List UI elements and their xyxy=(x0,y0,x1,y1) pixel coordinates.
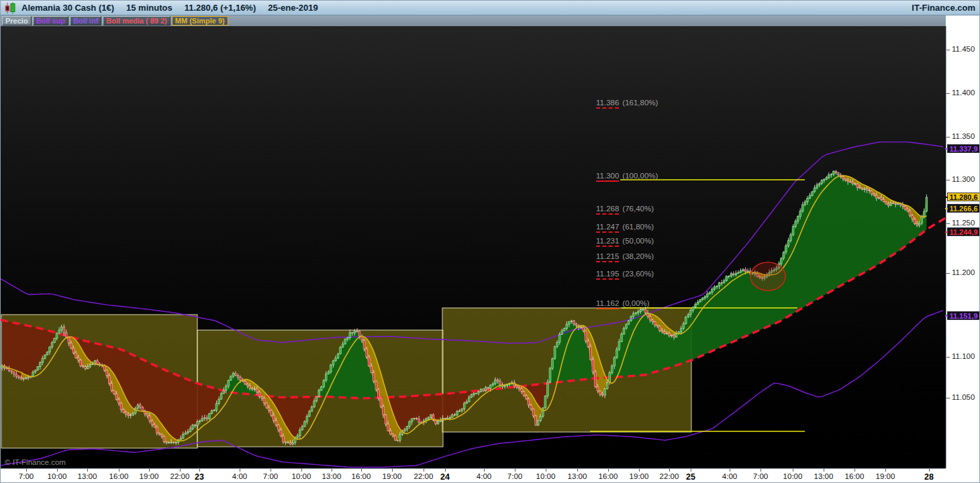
price-chart-canvas[interactable] xyxy=(1,26,946,468)
time-tick xyxy=(199,469,200,472)
price-tick-label: 11.200 xyxy=(952,268,975,276)
price-tick xyxy=(946,50,950,50)
time-tick-label: 4:00 xyxy=(477,472,491,480)
fib-level-percent: (50,00%) xyxy=(622,237,654,245)
price-tick xyxy=(946,93,950,94)
time-tick-label: 7:00 xyxy=(263,472,278,480)
candlestick-icon xyxy=(4,2,17,14)
time-tick-label: 22:00 xyxy=(414,472,434,480)
fib-level-percent: (61,80%) xyxy=(622,223,654,231)
fib-level-label[interactable]: 11.386(161,80%) xyxy=(596,99,658,109)
time-tick-label: 16:00 xyxy=(845,472,865,480)
time-tick xyxy=(271,469,271,472)
price-tick-label: 11.300 xyxy=(952,175,975,183)
indicator-button-mm-simple-9[interactable]: MM (Simple 9) xyxy=(172,16,228,25)
time-tick xyxy=(57,469,58,472)
fib-level-percent: (100,00%) xyxy=(622,172,658,180)
time-tick-label: 13:00 xyxy=(814,472,834,480)
price-badge: 11.266,6 xyxy=(947,204,980,213)
fib-level-label[interactable]: 11.162(0,00%) xyxy=(596,299,650,309)
time-tick-label: 19:00 xyxy=(876,472,895,480)
fib-level-label[interactable]: 11.215(38,20%) xyxy=(596,252,654,262)
price-axis[interactable]: 11.45011.40011.35011.30011.25011.20011.1… xyxy=(946,26,980,483)
price-tick xyxy=(946,398,950,398)
time-tick-label: 19:00 xyxy=(383,472,402,480)
time-tick-label: 16:00 xyxy=(352,472,371,480)
fib-level-price: 11.268 xyxy=(596,205,619,215)
fib-level-percent: (38,20%) xyxy=(622,252,654,260)
fib-level-price: 11.215 xyxy=(596,252,619,262)
time-tick-label: 22:00 xyxy=(170,472,190,480)
time-tick-label: 19:00 xyxy=(140,472,159,480)
price-tick xyxy=(946,180,950,180)
axis-corner xyxy=(946,468,980,483)
fib-level-label[interactable]: 11.231(50,00%) xyxy=(596,237,654,247)
indicator-button-precio[interactable]: Precio xyxy=(2,16,32,25)
instrument-title: Alemania 30 Cash (1€) xyxy=(21,3,114,13)
price-badge: 11.280,6 xyxy=(947,193,980,201)
fib-level-price: 11.247 xyxy=(596,223,619,233)
time-tick-label: 19:00 xyxy=(630,472,649,480)
price-badge-tick xyxy=(945,315,948,317)
watermark: © IT-Finance.com xyxy=(5,458,66,466)
time-day-label: 24 xyxy=(440,472,450,482)
time-tick-label: 13:00 xyxy=(322,472,342,480)
time-day-label: 28 xyxy=(924,472,934,482)
time-tick xyxy=(240,469,240,472)
time-axis[interactable]: 7:0010:0013:0016:0019:0022:00234:007:001… xyxy=(1,468,946,483)
price-badge: 11.337,9 xyxy=(947,144,980,153)
chart-area[interactable]: 11.386(161,80%)11.300(100,00%)11.268(76,… xyxy=(1,26,946,468)
time-tick-label: 4:00 xyxy=(232,472,247,480)
time-tick xyxy=(761,469,761,472)
price-tick-label: 11.250 xyxy=(952,219,975,227)
brand-label: IT-Finance.com xyxy=(912,3,975,13)
time-tick xyxy=(332,469,332,472)
indicator-button-boll-inf[interactable]: Boll inf xyxy=(70,16,101,25)
time-day-label: 23 xyxy=(195,472,204,482)
fib-level-label[interactable]: 11.195(23,60%) xyxy=(596,270,654,280)
fib-level-percent: (23,60%) xyxy=(622,270,654,278)
price-badge-tick xyxy=(945,148,948,150)
indicator-button-boll-media[interactable]: Boll media ( 89 2) xyxy=(103,16,170,25)
time-tick xyxy=(149,469,150,472)
time-tick xyxy=(639,469,640,472)
price-tick-label: 11.350 xyxy=(952,132,975,140)
fib-level-price: 11.231 xyxy=(596,237,619,247)
price-tick xyxy=(946,137,950,138)
trading-app-window: Alemania 30 Cash (1€) 15 minutos 11.280,… xyxy=(0,0,980,483)
time-tick xyxy=(515,469,516,472)
time-tick-label: 10:00 xyxy=(536,472,556,480)
time-tick xyxy=(577,469,578,472)
time-tick xyxy=(793,469,793,472)
fib-level-label[interactable]: 11.300(100,00%) xyxy=(596,172,658,182)
time-tick xyxy=(180,469,181,472)
last-quote: 11.280,6 (+1,16%) xyxy=(185,3,256,13)
time-tick-label: 16:00 xyxy=(599,472,618,480)
fib-level-label[interactable]: 11.268(76,40%) xyxy=(596,205,654,215)
time-tick-label: 7:00 xyxy=(19,472,34,480)
annotation-ellipse[interactable] xyxy=(750,262,785,290)
time-tick xyxy=(669,469,670,472)
price-tick-label: 11.450 xyxy=(952,45,975,53)
time-tick xyxy=(484,469,485,472)
chart-title-bar: Alemania 30 Cash (1€) 15 minutos 11.280,… xyxy=(1,1,980,15)
price-badge-tick xyxy=(945,208,948,209)
price-tick-label: 11.100 xyxy=(952,352,975,360)
price-tick xyxy=(946,357,950,358)
price-badge-tick xyxy=(945,231,948,233)
price-badge: 11.244,9 xyxy=(947,227,980,236)
price-badge-tick xyxy=(945,197,948,198)
timeframe-label: 15 minutos xyxy=(126,3,173,13)
fib-level-price: 11.162 xyxy=(596,299,619,309)
time-tick-label: 10:00 xyxy=(783,472,803,480)
fib-level-percent: (161,80%) xyxy=(622,99,658,107)
indicator-button-boll-sup[interactable]: Boll sup xyxy=(33,16,68,25)
time-day-label: 25 xyxy=(686,472,695,482)
time-tick xyxy=(608,469,609,472)
fib-level-price: 11.195 xyxy=(596,270,619,280)
time-tick-label: 13:00 xyxy=(568,472,587,480)
time-tick-label: 10:00 xyxy=(48,472,67,480)
fib-level-label[interactable]: 11.247(61,80%) xyxy=(596,223,654,233)
fib-level-percent: (76,40%) xyxy=(622,205,654,213)
time-tick-label: 7:00 xyxy=(507,472,522,480)
